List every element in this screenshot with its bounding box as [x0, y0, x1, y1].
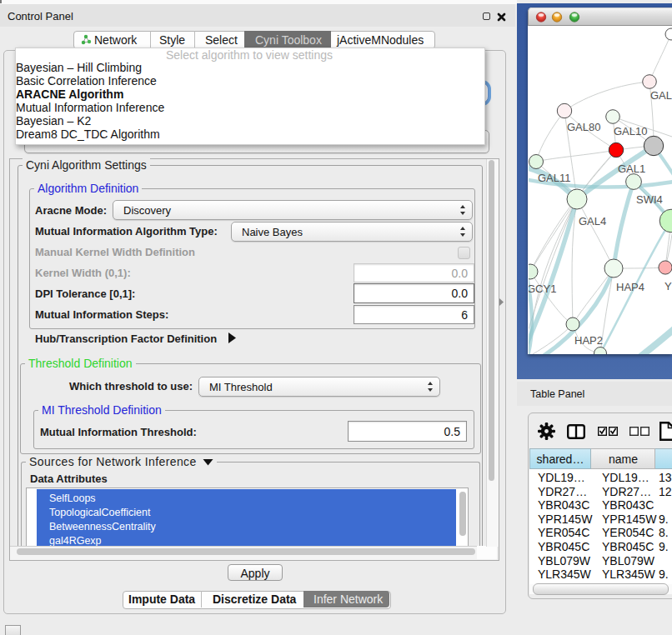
svg-text:GAL80: GAL80 [567, 121, 600, 133]
svg-text:SWI4: SWI4 [636, 193, 663, 206]
svg-text:GAL: GAL [650, 89, 672, 102]
svg-text:GAL10: GAL10 [614, 125, 647, 138]
svg-text:Y: Y [664, 280, 672, 292]
svg-text:HAP2: HAP2 [574, 334, 603, 347]
svg-text:GCY1: GCY1 [529, 282, 556, 295]
svg-text:GAL1: GAL1 [618, 162, 645, 175]
svg-text:GAL4: GAL4 [579, 215, 606, 228]
svg-text:GAL11: GAL11 [538, 172, 571, 184]
svg-text:HAP4: HAP4 [616, 281, 644, 293]
